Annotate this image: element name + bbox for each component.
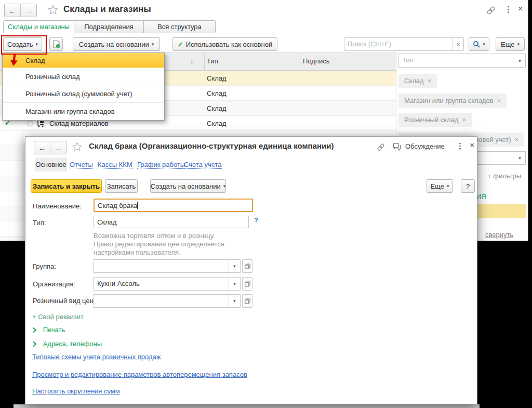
- create-group-button[interactable]: [49, 37, 63, 51]
- search-placeholder: Поиск (Ctrl+F): [344, 38, 453, 50]
- print-section-toggle[interactable]: Печать: [32, 326, 65, 334]
- window-menu-icon[interactable]: ⋮: [456, 141, 464, 151]
- forward-button[interactable]: →: [50, 141, 66, 154]
- remove-tag-icon[interactable]: ×: [515, 136, 519, 143]
- window-close-icon[interactable]: ×: [470, 141, 474, 150]
- collapse-link[interactable]: свернуть: [485, 231, 513, 239]
- history-nav-group: ← →: [4, 4, 37, 17]
- new-document-icon: [52, 40, 60, 48]
- nav-link-reports[interactable]: Отчеты: [70, 161, 93, 169]
- retail-price-field[interactable]: ▾: [94, 294, 241, 308]
- type-help-icon[interactable]: ?: [254, 216, 258, 224]
- chevron-right-icon: [32, 327, 37, 333]
- save-button[interactable]: Записать: [105, 179, 138, 193]
- name-field[interactable]: Склад брака: [94, 199, 253, 212]
- filter-tag[interactable]: Розничный склад×: [398, 113, 472, 127]
- link-icon[interactable]: [377, 143, 385, 151]
- chevron-down-icon: ▾: [152, 42, 154, 47]
- favorite-star-icon[interactable]: [48, 5, 58, 15]
- group-open-button[interactable]: [242, 259, 252, 273]
- back-button[interactable]: ←: [34, 141, 50, 154]
- addresses-section-toggle[interactable]: Адреса, телефоны: [32, 340, 102, 348]
- nav-link-accounts[interactable]: Счета учета: [184, 161, 222, 169]
- back-button[interactable]: ←: [5, 4, 20, 17]
- type-field[interactable]: Склад: [94, 216, 249, 228]
- organization-field[interactable]: Кухни Ассоль ▾: [94, 277, 241, 291]
- more-button[interactable]: Еще▾: [427, 179, 453, 193]
- retail-price-label: Розничный вид цен:: [33, 297, 95, 305]
- chevron-down-icon[interactable]: ▾: [229, 278, 240, 290]
- type-filter-placeholder: Тип: [399, 54, 514, 67]
- save-and-close-button[interactable]: Записать и закрыть: [31, 179, 102, 193]
- search-icon: [473, 41, 480, 48]
- column-header-caption[interactable]: Подпись: [303, 57, 329, 65]
- menu-item-store-or-group[interactable]: Магазин или группа складов: [3, 102, 164, 120]
- type-filter-input[interactable]: Тип ▾: [398, 54, 526, 68]
- view-tab-departments[interactable]: Подразделения: [74, 20, 144, 33]
- check-icon: ✓: [178, 41, 183, 48]
- retail-price-open-button[interactable]: [242, 294, 252, 308]
- retail-schemes-link[interactable]: Типовые схемы учета розничных продаж: [32, 353, 161, 361]
- create-menu: Склад Розничный склад Розничный склад (с…: [2, 52, 165, 121]
- chevron-down-icon[interactable]: ▾: [229, 260, 240, 272]
- group-label: Группа:: [33, 262, 56, 270]
- menu-item-retail-warehouse[interactable]: Розничный склад: [3, 68, 164, 85]
- back-icon: ←: [9, 6, 17, 15]
- search-options-button[interactable]: ▾: [469, 37, 489, 51]
- warehouse-dialog: ← → Склад брака (Организационно-структур…: [25, 136, 477, 404]
- chevron-down-icon[interactable]: ▾: [229, 295, 240, 307]
- chevron-down-icon: ▾: [517, 42, 520, 47]
- nav-tab-main[interactable]: Основное: [35, 157, 67, 172]
- rounding-settings-link[interactable]: Настроить округления сумм: [32, 387, 120, 395]
- remove-tag-icon[interactable]: ×: [462, 116, 467, 124]
- back-icon: ←: [38, 143, 46, 152]
- view-tab-warehouses[interactable]: Склады и магазины: [3, 20, 74, 33]
- dialog-title: Склад брака (Организационно-структурная …: [89, 141, 334, 150]
- create-based-on-button[interactable]: Создать на основании▾: [73, 37, 160, 51]
- window-close-icon[interactable]: ×: [518, 4, 523, 14]
- type-label: Тип:: [33, 219, 46, 227]
- auto-move-params-link[interactable]: Просмотр и редактирование параметров авт…: [32, 371, 247, 378]
- history-nav-group: ← →: [34, 141, 66, 154]
- use-as-primary-button[interactable]: ✓ Использовать как основной: [172, 37, 277, 51]
- column-header-type[interactable]: Тип: [207, 57, 218, 65]
- sort-desc-icon[interactable]: ↓: [190, 57, 194, 65]
- forward-button[interactable]: →: [20, 4, 36, 17]
- text-cursor: [137, 202, 138, 209]
- forward-icon: →: [55, 143, 62, 152]
- window-menu-icon[interactable]: ⋮: [504, 5, 512, 14]
- remove-tag-icon[interactable]: ×: [428, 77, 432, 85]
- menu-item-retail-warehouse-sum[interactable]: Розничный склад (суммовой учет): [3, 85, 164, 102]
- filters-link[interactable]: + фильтры: [487, 172, 521, 180]
- header-divider: [204, 52, 205, 71]
- favorite-star-icon[interactable]: [72, 142, 82, 152]
- nav-link-kkm[interactable]: Кассы ККМ: [98, 161, 132, 169]
- nav-link-schedule[interactable]: График работы: [137, 161, 185, 169]
- filter-tag[interactable]: Магазин или группа складов×: [398, 94, 507, 108]
- custom-attribute-link[interactable]: + Свой реквизит: [32, 313, 84, 321]
- forward-icon: →: [25, 6, 33, 15]
- create-based-on-button[interactable]: Создать на основании▾: [150, 179, 226, 193]
- chevron-down-icon[interactable]: ▾: [514, 152, 525, 164]
- search-clear-icon[interactable]: ×: [453, 38, 463, 50]
- filter-tag[interactable]: Склад×: [398, 74, 437, 88]
- menu-item-warehouse[interactable]: Склад: [3, 53, 164, 68]
- discussion-icon[interactable]: [393, 143, 401, 151]
- organization-open-button[interactable]: [242, 277, 252, 291]
- remove-tag-icon[interactable]: ×: [497, 97, 501, 104]
- help-button[interactable]: ?: [461, 179, 475, 193]
- chevron-down-icon: ▾: [447, 183, 449, 189]
- annotation-highlight: [1, 35, 47, 55]
- chevron-down-icon: ▾: [483, 42, 485, 47]
- discussion-label[interactable]: Обсуждение: [405, 142, 445, 150]
- view-tab-structure[interactable]: Вся структура: [143, 20, 216, 33]
- link-icon[interactable]: [486, 6, 496, 15]
- chevron-right-icon: [32, 341, 37, 347]
- group-field[interactable]: ▾: [94, 259, 241, 273]
- chevron-down-icon[interactable]: ▾: [514, 54, 525, 67]
- organization-label: Организация:: [33, 280, 75, 288]
- chevron-down-icon: ▾: [223, 183, 226, 189]
- name-label: Наименование:: [33, 202, 82, 210]
- search-input[interactable]: Поиск (Ctrl+F) ×: [344, 37, 464, 51]
- more-button[interactable]: Еще▾: [496, 37, 525, 51]
